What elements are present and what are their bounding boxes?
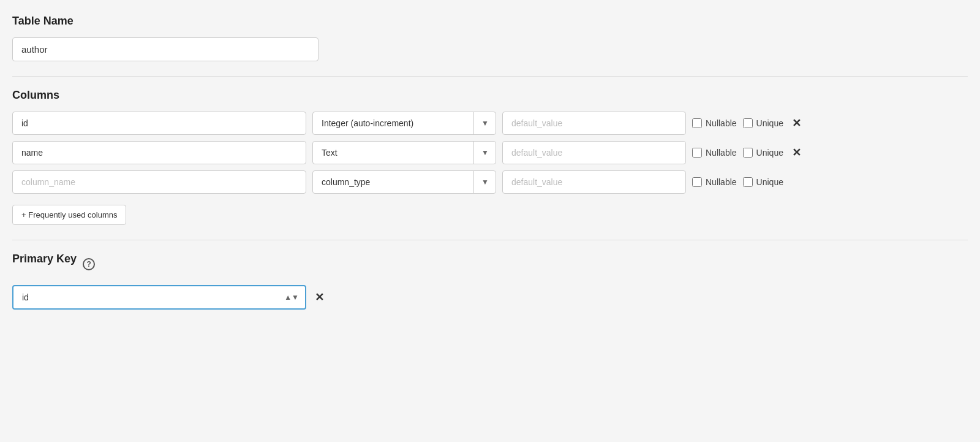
nullable-checkbox-3[interactable] (692, 177, 702, 187)
primary-key-row: id name ▲▼ ✕ (12, 285, 968, 310)
frequently-used-button[interactable]: + Frequently used columns (12, 205, 126, 225)
nullable-group-3: Nullable (692, 177, 737, 187)
nullable-group-1: Nullable (692, 118, 737, 128)
table-row: Integer (auto-increment) Integer Text Va… (12, 141, 968, 164)
table-name-input[interactable] (12, 37, 318, 61)
unique-checkbox-1[interactable] (743, 118, 753, 128)
unique-group-1: Unique (743, 118, 783, 128)
nullable-label-1: Nullable (706, 118, 737, 128)
primary-key-remove-button[interactable]: ✕ (312, 292, 326, 303)
unique-label-1: Unique (756, 118, 783, 128)
primary-key-section: Primary Key ? id name ▲▼ ✕ (12, 253, 968, 310)
nullable-label-3: Nullable (706, 177, 737, 187)
column-name-input-2[interactable] (12, 141, 306, 164)
unique-group-3: Unique (743, 177, 783, 187)
primary-key-select-wrapper: id name ▲▼ (12, 285, 306, 310)
column-type-select-3[interactable]: column_type Integer (auto-increment) Int… (312, 170, 496, 194)
nullable-checkbox-2[interactable] (692, 148, 702, 158)
column-type-wrapper-2: Integer (auto-increment) Integer Text Va… (312, 141, 496, 164)
column-default-input-3[interactable] (502, 170, 686, 194)
column-name-input-1[interactable] (12, 112, 306, 135)
column-type-wrapper-3: column_type Integer (auto-increment) Int… (312, 170, 496, 194)
unique-checkbox-3[interactable] (743, 177, 753, 187)
remove-row-button-2[interactable]: ✕ (790, 147, 804, 158)
column-type-wrapper-1: Integer (auto-increment) Integer Text Va… (312, 112, 496, 135)
table-name-section: Table Name (12, 15, 968, 61)
column-type-select-1[interactable]: Integer (auto-increment) Integer Text Va… (312, 112, 496, 135)
columns-label: Columns (12, 89, 968, 102)
table-row: column_type Integer (auto-increment) Int… (12, 170, 968, 194)
help-icon[interactable]: ? (83, 258, 95, 270)
table-name-label: Table Name (12, 15, 968, 28)
nullable-label-2: Nullable (706, 148, 737, 158)
columns-section: Columns Integer (auto-increment) Integer… (12, 89, 968, 225)
column-name-input-3[interactable] (12, 170, 306, 194)
column-default-input-1[interactable] (502, 112, 686, 135)
table-row: Integer (auto-increment) Integer Text Va… (12, 112, 968, 135)
primary-key-label: Primary Key (12, 253, 77, 265)
divider-2 (12, 240, 968, 240)
nullable-checkbox-1[interactable] (692, 118, 702, 128)
divider-1 (12, 76, 968, 77)
remove-row-button-1[interactable]: ✕ (790, 118, 804, 129)
primary-key-select[interactable]: id name (12, 285, 306, 310)
column-default-input-2[interactable] (502, 141, 686, 164)
unique-checkbox-2[interactable] (743, 148, 753, 158)
column-type-select-2[interactable]: Integer (auto-increment) Integer Text Va… (312, 141, 496, 164)
unique-label-3: Unique (756, 177, 783, 187)
nullable-group-2: Nullable (692, 148, 737, 158)
unique-label-2: Unique (756, 148, 783, 158)
unique-group-2: Unique (743, 148, 783, 158)
primary-key-title-row: Primary Key ? (12, 253, 968, 275)
